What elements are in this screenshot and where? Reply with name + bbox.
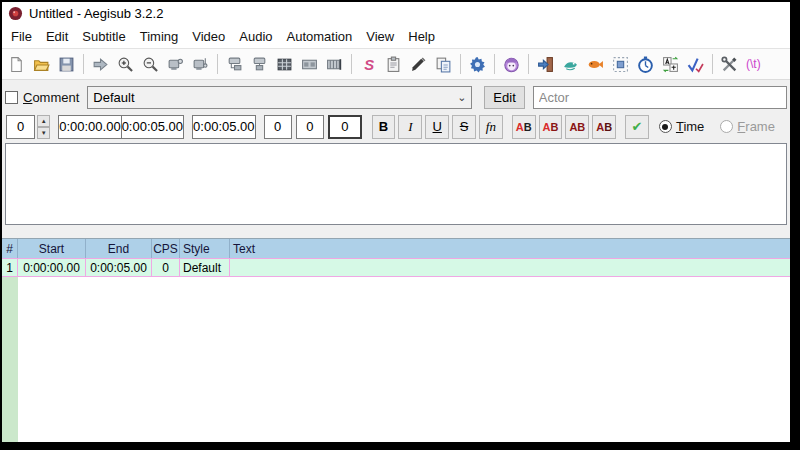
frame-radio: Frame xyxy=(720,119,781,134)
menu-automation[interactable]: Automation xyxy=(280,27,360,46)
start-time-field[interactable]: 0:00:00.00 xyxy=(58,115,121,139)
open-folder-icon[interactable] xyxy=(29,51,54,77)
style-selected-value: Default xyxy=(93,90,134,105)
select-lines-icon[interactable] xyxy=(583,51,608,77)
primary-color-button[interactable]: AB xyxy=(512,115,536,139)
aegisub-logo-icon xyxy=(8,6,23,21)
paste-over-icon[interactable] xyxy=(431,51,456,77)
new-file-icon[interactable] xyxy=(4,51,29,77)
menu-file[interactable]: File xyxy=(4,27,39,46)
zoom-out-icon[interactable] xyxy=(138,51,163,77)
shift-times-icon[interactable] xyxy=(558,51,583,77)
jump-to-icon[interactable] xyxy=(533,51,558,77)
duration-field[interactable]: 0:00:05.00 xyxy=(192,115,255,139)
timing-post-processor-icon[interactable] xyxy=(633,51,658,77)
grid-header-text[interactable]: Text xyxy=(230,239,790,258)
menu-audio[interactable]: Audio xyxy=(232,27,279,46)
fonts-collector-icon[interactable] xyxy=(406,51,431,77)
grid-header-row: # Start End CPS Style Text xyxy=(2,239,790,258)
subtitle-row-1[interactable]: 1 0:00:00.00 0:00:05.00 0 Default xyxy=(2,258,790,277)
toolbar-separator xyxy=(712,54,713,74)
toolbar-separator xyxy=(528,54,529,74)
commit-check-icon[interactable]: ✔ xyxy=(625,115,649,139)
row-number-cell: 1 xyxy=(2,259,18,276)
grid-header-cps[interactable]: CPS xyxy=(152,239,180,258)
grid-header-end[interactable]: End xyxy=(86,239,152,258)
menu-timing[interactable]: Timing xyxy=(133,27,186,46)
attachments-icon[interactable] xyxy=(381,51,406,77)
zoom-in-icon[interactable] xyxy=(113,51,138,77)
underline-button[interactable]: U xyxy=(425,115,449,139)
subtitle-edit-panel: Comment Default ⌄ Edit 0 ▲ ▼ 0:00:00.00 … xyxy=(2,80,790,228)
translation-assistant-icon[interactable] xyxy=(658,51,683,77)
grid-header-number[interactable]: # xyxy=(2,239,18,258)
save-icon[interactable] xyxy=(54,51,79,77)
automation-gear-icon[interactable] xyxy=(465,51,490,77)
time-radio[interactable]: Time xyxy=(659,119,710,134)
comment-checkbox[interactable] xyxy=(5,91,18,104)
grid-header-style[interactable]: Style xyxy=(180,239,230,258)
video-zoom-out-icon[interactable] xyxy=(188,51,213,77)
shadow-color-button[interactable]: AB xyxy=(592,115,616,139)
edit-style-button[interactable]: Edit xyxy=(484,86,524,109)
font-button[interactable]: fn xyxy=(479,115,503,139)
spin-down-icon[interactable]: ▼ xyxy=(37,127,50,139)
margin-right-field[interactable]: 0 xyxy=(296,115,324,139)
row-text-cell xyxy=(230,259,790,276)
snap-start-to-video-icon[interactable] xyxy=(222,51,247,77)
strikeout-button[interactable]: S xyxy=(452,115,476,139)
film-strip-b-icon[interactable] xyxy=(322,51,347,77)
grid-background[interactable] xyxy=(18,277,790,442)
snap-end-to-video-icon[interactable] xyxy=(247,51,272,77)
row-start-cell: 0:00:00.00 xyxy=(18,259,86,276)
screenshot-frame: Untitled - Aegisub 3.2.2 File Edit Subti… xyxy=(0,0,800,450)
layer-field[interactable]: 0 xyxy=(6,115,35,139)
menu-video[interactable]: Video xyxy=(185,27,232,46)
menu-edit[interactable]: Edit xyxy=(39,27,75,46)
subtitle-text-editor[interactable] xyxy=(5,143,787,225)
outline-color-button[interactable]: AB xyxy=(565,115,589,139)
comment-label: Comment xyxy=(23,90,79,105)
forward-arrow-icon[interactable] xyxy=(88,51,113,77)
film-strip-a-icon[interactable] xyxy=(297,51,322,77)
toolbar-separator xyxy=(351,54,352,74)
title-bar: Untitled - Aegisub 3.2.2 xyxy=(2,2,790,25)
chevron-down-icon: ⌄ xyxy=(457,91,466,104)
spin-up-icon[interactable]: ▲ xyxy=(37,115,50,127)
row-style-cell: Default xyxy=(180,259,230,276)
margin-vertical-field[interactable]: 0 xyxy=(328,115,362,139)
window-title: Untitled - Aegisub 3.2.2 xyxy=(29,6,163,21)
row-end-cell: 0:00:05.00 xyxy=(86,259,152,276)
resample-resolution-icon[interactable] xyxy=(608,51,633,77)
splitter-sash[interactable] xyxy=(2,228,790,239)
video-zoom-icon[interactable] xyxy=(163,51,188,77)
assdraw-icon[interactable] xyxy=(499,51,524,77)
actor-input[interactable] xyxy=(533,86,787,109)
toolbar-separator xyxy=(460,54,461,74)
style-dropdown[interactable]: Default ⌄ xyxy=(87,86,472,109)
styles-manager-icon[interactable]: S xyxy=(356,51,381,77)
toolbar-separator xyxy=(494,54,495,74)
bold-button[interactable]: B xyxy=(372,115,396,139)
end-time-field[interactable]: 0:00:05.00 xyxy=(122,115,184,139)
edit-row-style: Comment Default ⌄ Edit xyxy=(5,85,787,109)
svg-text:S: S xyxy=(364,56,374,72)
grid-header-start[interactable]: Start xyxy=(18,239,86,258)
margin-left-field[interactable]: 0 xyxy=(264,115,292,139)
grid-empty-area xyxy=(2,277,790,442)
main-toolbar: S xyxy=(2,48,790,80)
menu-view[interactable]: View xyxy=(359,27,401,46)
spell-checker-icon[interactable] xyxy=(683,51,708,77)
secondary-color-button[interactable]: AB xyxy=(539,115,563,139)
options-tools-icon[interactable] xyxy=(717,51,742,77)
row-cps-cell: 0 xyxy=(152,259,180,276)
menu-bar: File Edit Subtitle Timing Video Audio Au… xyxy=(2,25,790,48)
tag-tooltip-label: (\t) xyxy=(746,57,761,71)
video-resolution-grid-icon[interactable] xyxy=(272,51,297,77)
italic-button[interactable]: I xyxy=(398,115,422,139)
toolbar-separator xyxy=(83,54,84,74)
aegisub-window: Untitled - Aegisub 3.2.2 File Edit Subti… xyxy=(2,2,790,442)
menu-help[interactable]: Help xyxy=(401,27,442,46)
toolbar-separator xyxy=(217,54,218,74)
menu-subtitle[interactable]: Subtitle xyxy=(75,27,132,46)
